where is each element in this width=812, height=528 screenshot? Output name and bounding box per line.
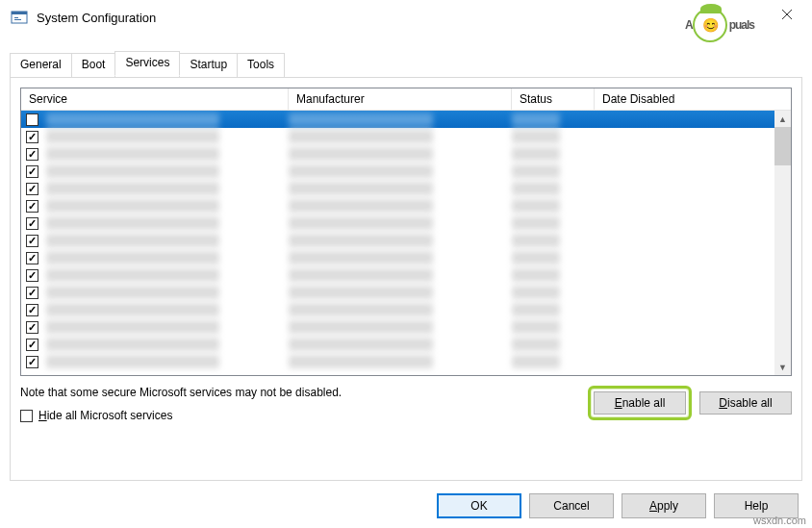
apply-button[interactable]: Apply xyxy=(622,493,706,518)
manufacturer-blurred xyxy=(289,113,433,126)
svg-rect-3 xyxy=(14,19,21,20)
service-name-blurred xyxy=(46,164,219,178)
scroll-down-button[interactable]: ▼ xyxy=(774,359,791,375)
manufacturer-blurred xyxy=(289,251,433,264)
manufacturer-blurred xyxy=(289,303,433,316)
row-checkbox[interactable] xyxy=(26,339,38,351)
table-row[interactable] xyxy=(21,214,791,232)
service-name-blurred xyxy=(46,182,219,195)
row-checkbox[interactable] xyxy=(26,183,38,195)
status-blurred xyxy=(512,130,560,143)
table-row[interactable] xyxy=(21,266,791,284)
manufacturer-blurred xyxy=(289,216,433,230)
status-blurred xyxy=(512,338,560,351)
service-name-blurred xyxy=(46,320,219,334)
table-row[interactable] xyxy=(21,336,791,353)
status-blurred xyxy=(512,303,560,316)
table-row[interactable] xyxy=(21,353,791,370)
status-blurred xyxy=(512,320,560,334)
status-blurred xyxy=(512,113,560,126)
row-checkbox[interactable] xyxy=(26,113,38,126)
app-icon xyxy=(10,8,29,27)
service-name-blurred xyxy=(46,234,219,247)
manufacturer-blurred xyxy=(289,182,433,195)
row-checkbox[interactable] xyxy=(26,321,38,334)
manufacturer-blurred xyxy=(289,234,433,247)
hide-microsoft-services-checkbox[interactable]: Hide all Microsoft services xyxy=(20,409,578,422)
row-checkbox[interactable] xyxy=(26,287,38,299)
service-name-blurred xyxy=(46,338,219,351)
row-checkbox[interactable] xyxy=(26,269,38,282)
column-header-manufacturer[interactable]: Manufacturer xyxy=(289,88,512,110)
column-header-status[interactable]: Status xyxy=(512,88,595,110)
row-checkbox[interactable] xyxy=(26,304,38,316)
table-row[interactable] xyxy=(21,284,791,301)
row-checkbox[interactable] xyxy=(26,217,38,230)
hide-ms-check-box[interactable] xyxy=(20,410,33,422)
window-title: System Configuration xyxy=(37,11,768,25)
manufacturer-blurred xyxy=(289,130,433,143)
service-name-blurred xyxy=(46,216,219,230)
table-row[interactable] xyxy=(21,128,791,145)
manufacturer-blurred xyxy=(289,199,433,213)
table-row[interactable] xyxy=(21,197,791,214)
service-name-blurred xyxy=(46,286,219,299)
manufacturer-blurred xyxy=(289,268,433,282)
column-header-service[interactable]: Service xyxy=(21,88,289,110)
scroll-thumb[interactable] xyxy=(774,127,791,165)
service-name-blurred xyxy=(46,251,219,264)
service-name-blurred xyxy=(46,147,219,161)
table-row[interactable] xyxy=(21,111,791,128)
close-button[interactable] xyxy=(768,1,806,28)
table-row[interactable] xyxy=(21,145,791,163)
manufacturer-blurred xyxy=(289,338,433,351)
vertical-scrollbar[interactable]: ▲ ▼ xyxy=(774,111,791,375)
tab-boot[interactable]: Boot xyxy=(71,53,116,78)
row-checkbox[interactable] xyxy=(26,148,38,161)
enable-all-highlight: Enable all xyxy=(588,386,692,420)
services-list[interactable]: Service Manufacturer Status Date Disable… xyxy=(20,88,792,376)
table-row[interactable] xyxy=(21,318,791,336)
tab-services[interactable]: Services xyxy=(114,51,180,76)
manufacturer-blurred xyxy=(289,164,433,178)
status-blurred xyxy=(512,286,560,299)
status-blurred xyxy=(512,164,560,178)
enable-all-button[interactable]: Enable all xyxy=(594,391,686,415)
status-blurred xyxy=(512,234,560,247)
svg-rect-1 xyxy=(12,12,27,14)
status-blurred xyxy=(512,147,560,161)
column-header-date-disabled[interactable]: Date Disabled xyxy=(595,88,791,110)
row-checkbox[interactable] xyxy=(26,252,38,264)
tab-general[interactable]: General xyxy=(10,53,72,78)
tab-tools[interactable]: Tools xyxy=(237,53,285,78)
ok-button[interactable]: OK xyxy=(437,493,521,518)
hide-ms-label: Hide all Microsoft services xyxy=(38,409,172,422)
row-checkbox[interactable] xyxy=(26,356,38,368)
cancel-button[interactable]: Cancel xyxy=(529,493,614,518)
service-name-blurred xyxy=(46,199,219,213)
service-name-blurred xyxy=(46,113,219,126)
tab-strip: General Boot Services Startup Tools xyxy=(0,52,812,77)
table-row[interactable] xyxy=(21,232,791,249)
scroll-up-button[interactable]: ▲ xyxy=(774,111,791,127)
help-button[interactable]: Help xyxy=(714,493,799,518)
row-checkbox[interactable] xyxy=(26,200,38,213)
table-row[interactable] xyxy=(21,301,791,318)
status-blurred xyxy=(512,251,560,264)
manufacturer-blurred xyxy=(289,320,433,334)
table-row[interactable] xyxy=(21,180,791,197)
tab-startup[interactable]: Startup xyxy=(179,53,238,78)
row-checkbox[interactable] xyxy=(26,131,38,143)
status-blurred xyxy=(512,182,560,195)
row-checkbox[interactable] xyxy=(26,165,38,178)
disable-all-button[interactable]: Disable all xyxy=(699,391,792,415)
table-row[interactable] xyxy=(21,249,791,266)
status-blurred xyxy=(512,216,560,230)
service-name-blurred xyxy=(46,355,219,368)
status-blurred xyxy=(512,268,560,282)
table-row[interactable] xyxy=(21,163,791,180)
manufacturer-blurred xyxy=(289,147,433,161)
svg-rect-2 xyxy=(14,17,18,18)
manufacturer-blurred xyxy=(289,355,433,368)
row-checkbox[interactable] xyxy=(26,235,38,247)
